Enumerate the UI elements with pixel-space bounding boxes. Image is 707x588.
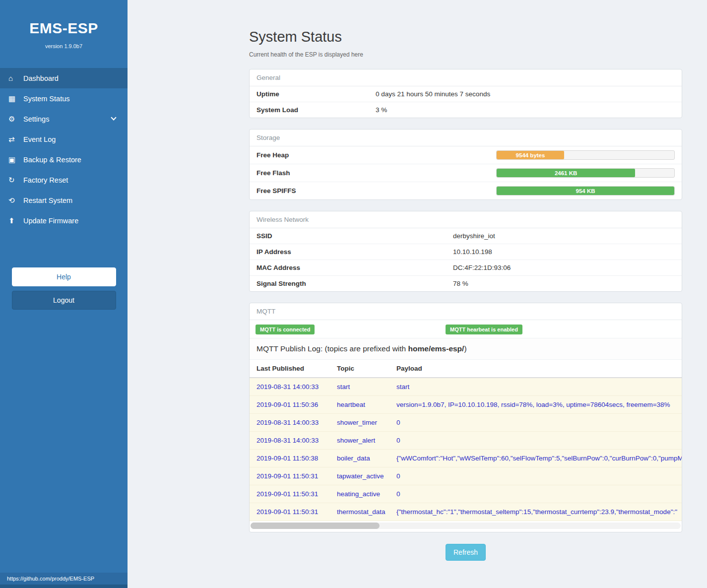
sidebar-item-label: Backup & Restore xyxy=(23,156,81,164)
status-row: Free Flash2461 KB xyxy=(250,164,682,182)
table-row: 2019-08-31 14:00:33shower_alert0 xyxy=(250,432,682,450)
panel-storage-rows: Free Heap9544 bytesFree Flash2461 KBFree… xyxy=(250,146,682,199)
status-badge: MQTT is connected xyxy=(256,325,315,334)
sidebar-footer: https://github.com/proddy/EMS-ESP xyxy=(0,573,128,585)
topic-cell: thermostat_data xyxy=(333,503,392,521)
mqtt-log-body: 2019-08-31 14:00:33startstart2019-09-01 … xyxy=(250,378,682,521)
row-value: 78 % xyxy=(453,280,468,287)
panel-mqtt-title: MQTT xyxy=(250,303,682,320)
published-cell: 2019-08-31 14:00:33 xyxy=(250,378,333,396)
progress-bar-track: 9544 bytes xyxy=(496,150,675,160)
github-link[interactable]: https://github.com/proddy/EMS-ESP xyxy=(7,576,94,582)
table-header-row: Last PublishedTopicPayload xyxy=(250,360,682,378)
sidebar-item-event-log[interactable]: ⇄Event Log xyxy=(0,129,128,149)
status-row: SSIDderbyshire_iot xyxy=(250,228,682,244)
panel-general: General Uptime0 days 21 hours 50 minutes… xyxy=(249,69,682,118)
table-row: 2019-09-01 11:50:38boiler_data{"wWComfor… xyxy=(250,450,682,467)
panel-wireless-title: Wireless Network xyxy=(250,211,682,228)
status-row: Free Heap9544 bytes xyxy=(250,146,682,164)
column-header: Last Published xyxy=(250,360,333,378)
app-brand: EMS-ESP version 1.9.0b7 xyxy=(0,0,128,49)
row-label: Uptime xyxy=(257,90,376,98)
mqtt-log-label: MQTT Publish Log: (topics are prefixed w… xyxy=(250,338,682,360)
mqtt-log-label-suffix: ) xyxy=(464,344,466,353)
upload-icon: ⬆ xyxy=(8,216,23,225)
app-title: EMS-ESP xyxy=(0,20,128,37)
mqtt-log-label-prefix: MQTT Publish Log: (topics are prefixed w… xyxy=(257,344,408,353)
refresh-button[interactable]: Refresh xyxy=(446,544,486,561)
panel-wireless-rows: SSIDderbyshire_iotIP Address10.10.10.198… xyxy=(250,228,682,291)
sidebar-menu: ⌂Dashboard▦System Status⚙Settings⇄Event … xyxy=(0,68,128,231)
sitemap-icon: ▦ xyxy=(8,94,23,103)
row-value: DC:4F:22:1D:93:06 xyxy=(453,264,511,271)
sidebar-item-label: Factory Reset xyxy=(23,176,68,184)
row-value: 10.10.10.198 xyxy=(453,248,492,256)
sidebar-item-settings[interactable]: ⚙Settings xyxy=(0,109,128,129)
logout-button[interactable]: Logout xyxy=(12,291,116,310)
horizontal-scrollbar[interactable] xyxy=(251,523,681,529)
status-row: Uptime0 days 21 hours 50 minutes 7 secon… xyxy=(250,86,682,102)
floppy-disk-icon: ▣ xyxy=(8,155,23,164)
table-row: 2019-09-01 11:50:31tapwater_active0 xyxy=(250,467,682,485)
payload-cell: 0 xyxy=(392,485,682,503)
sidebar-item-backup-restore[interactable]: ▣Backup & Restore xyxy=(0,149,128,170)
progress-bar-fill: 2461 KB xyxy=(497,169,635,177)
published-cell: 2019-09-01 11:50:36 xyxy=(250,396,333,414)
progress-bar-fill: 9544 bytes xyxy=(497,151,564,159)
status-row: Free SPIFFS954 KB xyxy=(250,182,682,199)
payload-cell: start xyxy=(392,378,682,396)
home-icon: ⌂ xyxy=(8,74,23,82)
sidebar-item-label: Dashboard xyxy=(23,74,59,82)
topic-cell: boiler_data xyxy=(333,450,392,467)
sidebar-item-label: Event Log xyxy=(23,135,56,143)
topic-cell: shower_alert xyxy=(333,432,392,450)
status-row: IP Address10.10.10.198 xyxy=(250,244,682,260)
progress-bar-fill: 954 KB xyxy=(497,187,674,195)
topic-cell: start xyxy=(333,378,392,396)
published-cell: 2019-08-31 14:00:33 xyxy=(250,432,333,450)
row-label: MAC Address xyxy=(257,264,453,271)
table-row: 2019-09-01 11:50:31heating_active0 xyxy=(250,485,682,503)
status-row: System Load3 % xyxy=(250,102,682,118)
status-row: MAC AddressDC:4F:22:1D:93:06 xyxy=(250,260,682,276)
scrollbar-thumb[interactable] xyxy=(251,523,380,529)
topic-cell: heartbeat xyxy=(333,396,392,414)
row-label: SSID xyxy=(257,232,453,240)
sidebar-item-restart-system[interactable]: ⟲Restart System xyxy=(0,190,128,210)
main-content: System Status Current health of the ESP … xyxy=(128,0,707,588)
progress-bar-track: 2461 KB xyxy=(496,168,675,178)
row-value: derbyshire_iot xyxy=(453,232,495,240)
row-label: IP Address xyxy=(257,248,453,256)
sidebar-bottom-strip xyxy=(0,585,128,588)
payload-cell: 0 xyxy=(392,414,682,432)
table-row: 2019-09-01 11:50:36heartbeatversion=1.9.… xyxy=(250,396,682,414)
panel-general-rows: Uptime0 days 21 hours 50 minutes 7 secon… xyxy=(250,86,682,118)
help-button[interactable]: Help xyxy=(12,267,116,286)
published-cell: 2019-08-31 14:00:33 xyxy=(250,414,333,432)
chevron-down-icon xyxy=(111,115,116,120)
payload-cell: 0 xyxy=(392,432,682,450)
sidebar-item-factory-reset[interactable]: ↻Factory Reset xyxy=(0,170,128,190)
row-label: System Load xyxy=(257,106,376,114)
status-badge: MQTT hearbeat is enabled xyxy=(446,325,522,334)
table-row: 2019-08-31 14:00:33startstart xyxy=(250,378,682,396)
payload-cell: 0 xyxy=(392,467,682,485)
redo-arrow-icon: ↻ xyxy=(8,176,23,185)
table-row: 2019-09-01 11:50:31thermostat_data{"ther… xyxy=(250,503,682,521)
sidebar-item-dashboard[interactable]: ⌂Dashboard xyxy=(0,68,128,88)
table-row: 2019-08-31 14:00:33shower_timer0 xyxy=(250,414,682,432)
topic-cell: shower_timer xyxy=(333,414,392,432)
column-header: Topic xyxy=(333,360,392,378)
panel-mqtt: MQTT MQTT is connectedMQTT hearbeat is e… xyxy=(249,303,682,532)
panel-storage-title: Storage xyxy=(250,130,682,146)
sync-arrows-icon: ⟲ xyxy=(8,196,23,205)
payload-cell: {"thermostat_hc":"1","thermostat_seltemp… xyxy=(392,503,682,521)
gear-icon: ⚙ xyxy=(8,115,23,124)
progress-bar-track: 954 KB xyxy=(496,186,675,196)
panel-wireless: Wireless Network SSIDderbyshire_iotIP Ad… xyxy=(249,211,682,292)
sidebar-item-system-status[interactable]: ▦System Status xyxy=(0,88,128,109)
status-row: Signal Strength78 % xyxy=(250,276,682,291)
published-cell: 2019-09-01 11:50:31 xyxy=(250,485,333,503)
published-cell: 2019-09-01 11:50:31 xyxy=(250,503,333,521)
sidebar-item-update-firmware[interactable]: ⬆Update Firmware xyxy=(0,210,128,231)
